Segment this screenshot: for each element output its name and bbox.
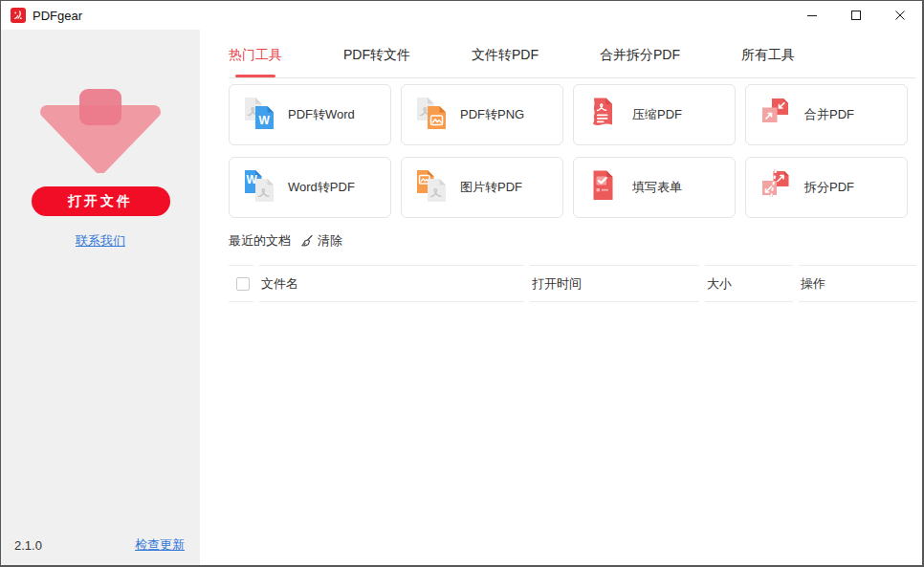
table-col-open-time: 打开时间 <box>530 265 699 302</box>
open-file-button[interactable]: 打开文件 <box>32 186 170 216</box>
maximize-button[interactable] <box>834 1 878 30</box>
version-label: 2.1.0 <box>14 538 42 553</box>
tool-card-fill-form[interactable]: 填写表单 <box>573 157 736 218</box>
tool-card-label: 图片转PDF <box>460 179 522 196</box>
sidebar: 打开文件 联系我们 2.1.0 检查更新 <box>1 30 200 565</box>
contact-us-link[interactable]: 联系我们 <box>76 232 125 250</box>
close-icon <box>894 10 906 21</box>
tool-card-label: 压缩PDF <box>632 106 682 123</box>
clear-broom-icon <box>300 234 314 248</box>
image-to-pdf-icon <box>414 168 449 207</box>
close-button[interactable] <box>878 1 922 30</box>
title-bar: PDFgear <box>1 1 922 30</box>
main-panel: 热门工具 PDF转文件 文件转PDF 合并拆分PDF 所有工具 <box>200 30 922 565</box>
window-title: PDFgear <box>33 9 790 23</box>
pdf-to-png-icon <box>414 96 449 134</box>
tool-card-word-to-pdf[interactable]: W Word转PDF <box>229 157 391 218</box>
select-all-checkbox[interactable] <box>236 277 250 291</box>
recent-docs-table-header: 文件名 打开时间 大小 操作 <box>229 265 916 302</box>
app-logo-icon <box>11 8 26 23</box>
sidebar-bottom: 2.1.0 检查更新 <box>1 536 200 565</box>
tab-file-to-pdf[interactable]: 文件转PDF <box>472 47 539 77</box>
tool-card-label: 填写表单 <box>632 179 682 196</box>
split-pdf-icon <box>759 168 793 207</box>
tool-card-pdf-to-png[interactable]: PDF转PNG <box>401 84 563 145</box>
table-col-size: 大小 <box>705 265 793 302</box>
tab-hot-tools[interactable]: 热门工具 <box>229 47 282 77</box>
tab-pdf-to-file[interactable]: PDF转文件 <box>343 47 410 77</box>
merge-pdf-icon <box>759 96 793 134</box>
tab-merge-split-pdf[interactable]: 合并拆分PDF <box>600 47 680 77</box>
tool-card-label: Word转PDF <box>288 179 355 196</box>
table-col-checkbox <box>229 265 253 302</box>
tab-all-tools[interactable]: 所有工具 <box>741 47 795 77</box>
clear-label: 清除 <box>318 232 342 250</box>
word-to-pdf-icon: W <box>242 168 276 207</box>
tool-card-label: PDF转Word <box>288 106 355 123</box>
table-col-filename: 文件名 <box>259 265 524 302</box>
tool-card-split-pdf[interactable]: 拆分PDF <box>745 157 908 218</box>
tool-card-pdf-to-word[interactable]: W PDF转Word <box>229 84 391 145</box>
app-window: PDFgear 打开文件 联系我们 2.1.0 检查更新 <box>0 0 924 567</box>
tool-card-label: 拆分PDF <box>804 179 854 196</box>
maximize-icon <box>850 10 862 21</box>
download-arrow-graphic <box>33 87 167 177</box>
tool-card-merge-pdf[interactable]: 合并PDF <box>745 84 908 145</box>
check-update-link[interactable]: 检查更新 <box>135 536 185 554</box>
pdf-to-word-icon: W <box>242 96 276 134</box>
tool-card-label: 合并PDF <box>804 106 854 123</box>
recent-docs-title: 最近的文档 <box>229 232 291 250</box>
clear-recent-button[interactable]: 清除 <box>300 232 342 250</box>
tool-grid: W PDF转Word <box>229 84 922 218</box>
tab-bar: 热门工具 PDF转文件 文件转PDF 合并拆分PDF 所有工具 <box>229 30 916 78</box>
recent-docs-header: 最近的文档 清除 <box>229 233 922 249</box>
tool-card-image-to-pdf[interactable]: 图片转PDF <box>401 157 563 218</box>
recent-docs-table-body <box>200 302 922 565</box>
svg-text:W: W <box>259 114 271 127</box>
minimize-button[interactable] <box>790 1 834 30</box>
fill-form-icon <box>586 168 621 207</box>
minimize-icon <box>806 10 818 21</box>
tool-card-label: PDF转PNG <box>460 106 524 123</box>
table-col-actions: 操作 <box>799 265 916 302</box>
compress-pdf-icon <box>586 96 621 134</box>
tool-card-compress-pdf[interactable]: 压缩PDF <box>573 84 736 145</box>
